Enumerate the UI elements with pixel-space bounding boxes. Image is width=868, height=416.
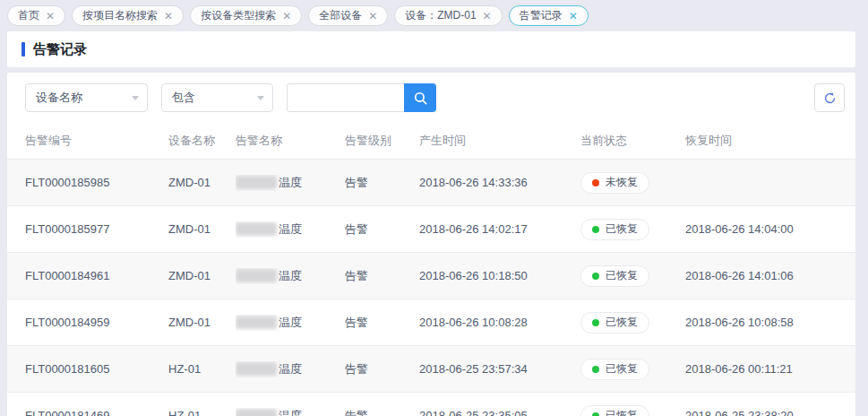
table-row: FLT0000185985 ZMD-01 温度 告警 2018-06-26 14…	[7, 159, 855, 205]
status-cell: 已恢复	[580, 359, 685, 380]
device-name-cell: ZMD-01	[168, 176, 236, 189]
tab-label: 设备：ZMD-01	[405, 8, 476, 23]
table-row: FLT0000181469 HZ-01 温度 告警 2018-06-25 23:…	[7, 392, 855, 416]
status-badge: 已恢复	[580, 219, 649, 240]
status-badge: 未恢复	[580, 172, 649, 194]
created-time-cell: 2018-06-26 10:08:28	[419, 316, 580, 329]
table-body: FLT0000185985 ZMD-01 温度 告警 2018-06-26 14…	[7, 159, 855, 416]
alarm-id-cell: FLT0000181605	[7, 362, 168, 376]
redacted-text-block	[236, 269, 277, 282]
created-time-cell: 2018-06-26 14:02:17	[419, 222, 580, 236]
alarm-level-cell: 告警	[345, 315, 419, 331]
tab-label: 告警记录	[520, 8, 563, 23]
tab-label: 首页	[18, 8, 39, 23]
tab[interactable]: 全部设备 ✕	[308, 5, 388, 26]
status-label: 未恢复	[606, 175, 638, 190]
device-name-cell: ZMD-01	[168, 316, 236, 329]
operator-select[interactable]: 包含	[161, 83, 273, 112]
redacted-text-block	[236, 409, 277, 416]
tab[interactable]: 按项目名称搜索 ✕	[72, 5, 184, 26]
col-header-level: 告警级别	[345, 133, 419, 149]
tab[interactable]: 告警记录 ✕	[509, 5, 589, 26]
alarm-id-cell: FLT0000184961	[7, 269, 168, 282]
device-name-cell: HZ-01	[168, 409, 236, 416]
recovered-time-cell: 2018-06-26 14:04:00	[685, 222, 855, 236]
alarm-id-cell: FLT0000185977	[7, 222, 168, 236]
table-row: FLT0000184961 ZMD-01 温度 告警 2018-06-26 10…	[7, 252, 855, 299]
alarm-name-cell: 温度	[236, 361, 345, 377]
search-input[interactable]	[287, 83, 404, 112]
alarm-name-suffix: 温度	[279, 269, 302, 282]
recovered-time-cell: 2018-06-25 23:38:20	[685, 409, 855, 416]
device-name-cell: ZMD-01	[168, 222, 236, 236]
refresh-icon	[823, 91, 837, 105]
tab-label: 按设备类型搜索	[201, 8, 276, 23]
status-cell: 已恢复	[580, 312, 685, 334]
alarm-name-suffix: 温度	[279, 409, 302, 416]
field-select[interactable]: 设备名称	[25, 83, 148, 112]
field-select-value: 设备名称	[36, 90, 82, 106]
alarm-id-cell: FLT0000184959	[7, 316, 168, 329]
created-time-cell: 2018-06-25 23:35:05	[419, 409, 580, 416]
tab-label: 按项目名称搜索	[82, 8, 158, 23]
redacted-text-block	[236, 222, 277, 236]
alarm-name-suffix: 温度	[279, 362, 302, 376]
chevron-down-icon	[257, 96, 264, 100]
table-header-row: 告警编号 设备名称 告警名称 告警级别 产生时间 当前状态 恢复时间	[7, 123, 855, 159]
close-icon[interactable]: ✕	[164, 11, 173, 22]
status-cell: 已恢复	[580, 219, 685, 240]
filter-toolbar: 设备名称 包含	[7, 73, 855, 123]
alarm-name-cell: 温度	[236, 408, 345, 416]
alarm-name-suffix: 温度	[279, 176, 302, 189]
alarm-name-cell: 温度	[236, 268, 345, 284]
recovered-time-cell: 2018-06-26 00:11:21	[685, 362, 855, 376]
device-name-cell: HZ-01	[168, 362, 236, 376]
col-header-alarm-id: 告警编号	[7, 133, 168, 149]
status-label: 已恢复	[606, 221, 638, 237]
search-button[interactable]	[404, 83, 436, 112]
table-row: FLT0000185977 ZMD-01 温度 告警 2018-06-26 14…	[7, 205, 855, 252]
status-label: 已恢复	[606, 315, 638, 330]
tab[interactable]: 设备：ZMD-01 ✕	[394, 5, 502, 26]
created-time-cell: 2018-06-25 23:57:34	[419, 362, 580, 376]
close-icon[interactable]: ✕	[368, 11, 377, 22]
alarm-name-suffix: 温度	[279, 316, 302, 329]
operator-select-value: 包含	[172, 90, 195, 106]
close-icon[interactable]: ✕	[483, 11, 492, 22]
close-icon[interactable]: ✕	[282, 11, 291, 22]
tab-bar: 首页 ✕ 按项目名称搜索 ✕ 按设备类型搜索 ✕ 全部设备 ✕ 设备：ZMD-0…	[0, 0, 868, 31]
status-dot-icon	[592, 226, 599, 233]
col-header-created: 产生时间	[419, 133, 580, 149]
alarm-level-cell: 告警	[345, 175, 419, 191]
page-title-bar: 告警记录	[7, 31, 855, 67]
status-label: 已恢复	[606, 361, 638, 377]
close-icon[interactable]: ✕	[569, 11, 578, 22]
search-input-group	[287, 83, 436, 112]
tab[interactable]: 按设备类型搜索 ✕	[190, 5, 302, 26]
created-time-cell: 2018-06-26 14:33:36	[419, 176, 580, 189]
status-dot-icon	[592, 366, 599, 373]
created-time-cell: 2018-06-26 10:18:50	[419, 269, 580, 282]
refresh-button[interactable]	[814, 83, 845, 112]
close-icon[interactable]: ✕	[46, 11, 55, 22]
col-header-alarm-name: 告警名称	[236, 133, 345, 149]
tab[interactable]: 首页 ✕	[7, 5, 65, 26]
col-header-recovered: 恢复时间	[685, 133, 855, 149]
redacted-text-block	[236, 176, 277, 189]
device-name-cell: ZMD-01	[168, 269, 236, 282]
alarm-level-cell: 告警	[345, 268, 419, 284]
status-cell: 已恢复	[580, 265, 685, 287]
alarm-records-panel: 设备名称 包含	[7, 73, 855, 416]
status-label: 已恢复	[606, 408, 638, 416]
col-header-device: 设备名称	[168, 133, 236, 149]
table-row: FLT0000181605 HZ-01 温度 告警 2018-06-25 23:…	[7, 345, 855, 392]
alarm-level-cell: 告警	[345, 361, 419, 377]
status-badge: 已恢复	[580, 312, 649, 334]
recovered-time-cell: 2018-06-26 10:08:58	[685, 316, 855, 329]
title-accent-bar	[21, 42, 25, 56]
status-cell: 未恢复	[580, 172, 685, 194]
status-cell: 已恢复	[580, 405, 685, 416]
status-dot-icon	[592, 319, 599, 326]
col-header-status: 当前状态	[580, 133, 685, 149]
status-badge: 已恢复	[580, 359, 649, 380]
